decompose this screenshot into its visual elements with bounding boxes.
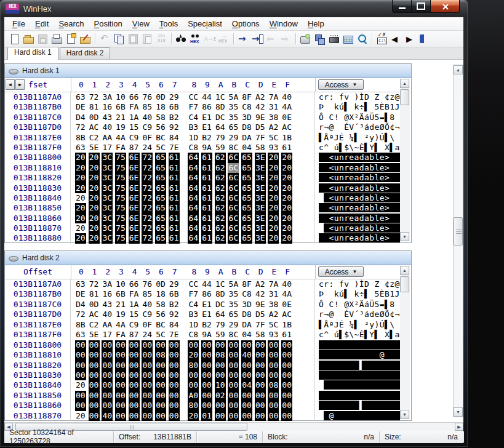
hex-byte[interactable]: E1 (200, 113, 214, 122)
hex-byte[interactable]: 75 (114, 193, 127, 203)
hex-byte[interactable]: 43 (100, 113, 114, 122)
ansi-text[interactable]: <unreadable> (315, 233, 411, 243)
hex-byte[interactable]: 6E (127, 153, 141, 162)
hex-byte[interactable]: 00 (280, 361, 294, 370)
access-button[interactable]: Access ▼ (318, 79, 364, 90)
hex-byte[interactable]: 58 (154, 300, 167, 310)
hex-byte[interactable]: 21 (114, 300, 127, 310)
hex-byte[interactable]: D5 (254, 122, 267, 132)
hex-byte[interactable]: 20 (87, 193, 101, 203)
hex-byte[interactable]: AC (87, 122, 101, 132)
hex-byte[interactable]: 6C (227, 214, 241, 223)
hex-byte[interactable]: 00 (187, 380, 201, 390)
pane-2-scrollbar[interactable]: ▲ ▼ (400, 266, 410, 419)
hex-byte[interactable]: 66 (127, 279, 141, 289)
hex-byte[interactable]: 1D (187, 133, 201, 143)
hex-byte[interactable]: 72 (140, 203, 154, 213)
ansi-text[interactable]: r¬@ ÉV´³ádeØÕ¢¬ (315, 122, 411, 132)
minimize-button[interactable] (392, 0, 412, 13)
hex-byte[interactable]: 20 (280, 193, 294, 203)
hex-byte[interactable]: 04 (240, 380, 254, 390)
hex-byte[interactable]: C8 (240, 102, 254, 112)
hex-byte[interactable]: 8F (240, 92, 254, 102)
menu-help[interactable]: Help (303, 18, 329, 30)
hex-byte[interactable]: 20 (87, 183, 101, 193)
hex-byte[interactable]: 65 (154, 214, 167, 223)
hex-byte[interactable]: AC (280, 310, 294, 319)
hex-byte[interactable]: 00 (154, 401, 167, 410)
hex-byte[interactable]: 00 (87, 380, 101, 390)
scroll-up-arrow[interactable]: ▲ (400, 79, 409, 88)
hex-byte[interactable]: 75 (114, 233, 127, 243)
hex-byte[interactable]: 40 (100, 310, 114, 319)
hex-byte[interactable]: 00 (254, 391, 267, 401)
hex-byte[interactable]: FA (114, 330, 127, 340)
hex-byte[interactable]: 63 (74, 143, 87, 153)
hex-byte[interactable]: 00 (127, 391, 141, 401)
hex-byte[interactable]: 00 (87, 350, 101, 360)
scroll-down-arrow[interactable]: ▼ (454, 407, 463, 417)
hex-byte[interactable]: 00 (140, 380, 154, 390)
hex-byte[interactable]: 86 (200, 289, 214, 299)
hex-byte[interactable]: AA (100, 320, 114, 330)
hex-byte[interactable]: 63 (74, 92, 87, 102)
hex-byte[interactable]: 64 (214, 122, 227, 132)
hex-byte[interactable]: 00 (167, 380, 181, 390)
hex-byte[interactable]: 58 (254, 143, 267, 153)
hex-byte[interactable]: B3 (187, 122, 201, 132)
hex-byte[interactable]: 40 (100, 122, 114, 132)
hex-byte[interactable]: 79 (214, 133, 227, 143)
hex-byte[interactable]: F7 (187, 289, 201, 299)
hex-byte[interactable]: 6B (167, 102, 181, 112)
maximize-button[interactable] (412, 0, 430, 13)
hex-byte[interactable]: 00 (267, 411, 281, 421)
hex-byte[interactable]: C8 (187, 143, 201, 153)
hex-byte[interactable]: 72 (140, 233, 154, 243)
hex-byte[interactable]: 1B (280, 133, 294, 143)
hex-byte[interactable]: 35 (227, 300, 241, 310)
hex-byte[interactable]: A2 (254, 92, 267, 102)
ansi-text[interactable]: <unreadable> (315, 163, 411, 173)
hex-byte[interactable]: 6C (227, 223, 241, 233)
hex-byte[interactable]: 00 (254, 340, 267, 350)
hex-byte[interactable]: 00 (100, 361, 114, 370)
hex-byte[interactable]: 00 (267, 340, 281, 350)
hex-byte[interactable]: 61 (167, 183, 181, 193)
main-vertical-scrollbar[interactable]: ▲ ▼ (453, 65, 463, 417)
hex-byte[interactable]: 6B (167, 289, 181, 299)
find-hex-icon[interactable] (189, 33, 202, 46)
hex-byte[interactable]: 00 (114, 401, 127, 410)
access-button[interactable]: Access ▼ (318, 266, 364, 277)
find-icon[interactable] (175, 33, 188, 46)
hex-byte[interactable]: AC (87, 310, 101, 319)
hex-byte[interactable]: 00 (167, 401, 181, 410)
hex-byte[interactable]: 62 (214, 163, 227, 173)
hex-byte[interactable]: 3A (100, 92, 114, 102)
print-icon[interactable] (50, 33, 63, 46)
menu-search[interactable]: Search (54, 18, 89, 30)
hex-byte[interactable]: 08 (267, 380, 281, 390)
hex-byte[interactable]: 00 (280, 350, 294, 360)
hex-byte[interactable]: 9E (254, 300, 267, 310)
hex-byte[interactable]: 64 (187, 223, 201, 233)
hex-byte[interactable]: 00 (214, 370, 227, 380)
hex-byte[interactable]: 20 (74, 203, 87, 213)
properties-icon[interactable] (65, 33, 78, 46)
hex-byte[interactable]: 3C (100, 173, 114, 183)
ansi-text[interactable] (315, 340, 411, 350)
next-icon[interactable] (404, 33, 417, 46)
hex-byte[interactable]: 20 (280, 153, 294, 162)
hex-byte[interactable]: 5A (227, 92, 241, 102)
hex-byte[interactable]: 61 (200, 153, 214, 162)
status-offset-panel[interactable]: Offset: 13B11881B (114, 431, 197, 442)
hex-byte[interactable]: 38 (267, 300, 281, 310)
hex-byte[interactable]: 00 (240, 411, 254, 421)
status-sector-panel[interactable]: Sector 10324164 of 1250263728 (4, 431, 114, 442)
hex-byte[interactable]: 75 (114, 183, 127, 193)
hex-byte[interactable]: 00 (200, 391, 214, 401)
ansi-text[interactable]: ▌ (315, 361, 411, 370)
hex-byte[interactable]: 00 (100, 350, 114, 360)
hex-byte[interactable]: 62 (214, 214, 227, 223)
hex-byte[interactable]: 24 (140, 143, 154, 153)
hex-byte[interactable]: 31 (267, 102, 281, 112)
